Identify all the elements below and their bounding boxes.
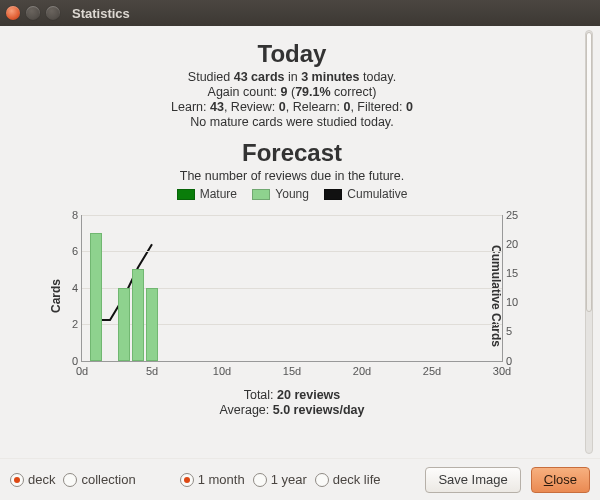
radio-icon: [253, 473, 267, 487]
y-right-tick: 20: [506, 238, 532, 250]
radio-icon: [180, 473, 194, 487]
forecast-chart: Cards Cumulative Cards 0246805101520250d…: [37, 209, 547, 384]
y-right-tick: 15: [506, 267, 532, 279]
forecast-legend: Mature Young Cumulative: [6, 187, 578, 203]
bottom-bar: deck collection 1 month 1 year deck life…: [0, 458, 600, 500]
scope-radio-collection[interactable]: collection: [63, 472, 135, 487]
legend-mature-swatch-icon: [177, 189, 195, 200]
x-tick: 20d: [353, 365, 371, 377]
x-tick: 15d: [283, 365, 301, 377]
radio-icon: [10, 473, 24, 487]
bar-young: [118, 288, 129, 361]
save-image-button[interactable]: Save Image: [425, 467, 520, 493]
y-left-tick: 4: [54, 282, 78, 294]
window-maximize-icon[interactable]: [46, 6, 60, 20]
y-right-tick: 25: [506, 209, 532, 221]
bar-young: [90, 233, 101, 361]
y-right-tick: 10: [506, 296, 532, 308]
legend-mature: Mature: [177, 187, 237, 201]
close-button[interactable]: Close: [531, 467, 590, 493]
x-tick: 0d: [76, 365, 88, 377]
window-close-icon[interactable]: [6, 6, 20, 20]
bar-young: [132, 269, 143, 360]
x-tick: 25d: [423, 365, 441, 377]
forecast-heading: Forecast: [6, 139, 578, 167]
range-radio-1month[interactable]: 1 month: [180, 472, 245, 487]
range-radio-decklife[interactable]: deck life: [315, 472, 381, 487]
forecast-subtitle: The number of reviews due in the future.: [6, 169, 578, 183]
x-tick: 10d: [213, 365, 231, 377]
forecast-avg-line: Average: 5.0 reviews/day: [6, 403, 578, 417]
scrollbar-thumb[interactable]: [586, 32, 592, 312]
scope-radio-group: deck collection: [10, 472, 136, 487]
legend-cumulative: Cumulative: [324, 187, 407, 201]
legend-young-swatch-icon: [252, 189, 270, 200]
today-studied-line: Studied 43 cards in 3 minutes today.: [6, 70, 578, 84]
today-mature-line: No mature cards were studied today.: [6, 115, 578, 129]
plot-area: 0246805101520250d5d10d15d20d25d30d: [81, 215, 503, 362]
forecast-total-line: Total: 20 reviews: [6, 388, 578, 402]
range-radio-group: 1 month 1 year deck life: [180, 472, 381, 487]
y-left-tick: 2: [54, 318, 78, 330]
range-radio-1year[interactable]: 1 year: [253, 472, 307, 487]
today-heading: Today: [6, 40, 578, 68]
y-left-tick: 6: [54, 245, 78, 257]
y-left-tick: 0: [54, 355, 78, 367]
window-minimize-icon[interactable]: [26, 6, 40, 20]
legend-young: Young: [252, 187, 309, 201]
stats-scrollpane: Today Studied 43 cards in 3 minutes toda…: [6, 30, 578, 454]
y-left-tick: 8: [54, 209, 78, 221]
today-again-line: Again count: 9 (79.1% correct): [6, 85, 578, 99]
content-area: Today Studied 43 cards in 3 minutes toda…: [0, 26, 600, 458]
titlebar: Statistics: [0, 0, 600, 26]
legend-cumulative-swatch-icon: [324, 189, 342, 200]
scope-radio-deck[interactable]: deck: [10, 472, 55, 487]
bar-young: [146, 288, 157, 361]
x-tick: 5d: [146, 365, 158, 377]
radio-icon: [63, 473, 77, 487]
radio-icon: [315, 473, 329, 487]
x-tick: 30d: [493, 365, 511, 377]
y-right-tick: 5: [506, 325, 532, 337]
today-breakdown-line: Learn: 43, Review: 0, Relearn: 0, Filter…: [6, 100, 578, 114]
vertical-scrollbar[interactable]: [582, 30, 596, 454]
window-title: Statistics: [72, 6, 130, 21]
